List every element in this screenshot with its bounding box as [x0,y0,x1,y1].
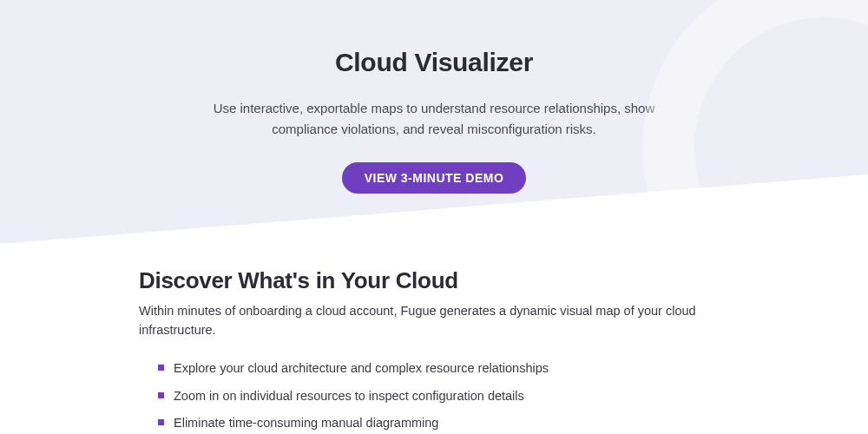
list-item: Explore your cloud architecture and comp… [158,359,868,378]
feature-text: Eliminate time-consuming manual diagramm… [174,416,438,430]
discover-section: Discover What's in Your Cloud Within min… [0,243,868,433]
hero-title: Cloud Visualizer [0,48,868,77]
section-subtitle: Within minutes of onboarding a cloud acc… [139,301,712,340]
list-item: Eliminate time-consuming manual diagramm… [158,414,868,433]
section-title: Discover What's in Your Cloud [139,267,868,294]
feature-list: Explore your cloud architecture and comp… [139,359,868,433]
list-item: Zoom in on individual resources to inspe… [158,387,868,406]
hero-subtitle: Use interactive, exportable maps to unde… [191,98,677,140]
feature-text: Explore your cloud architecture and comp… [174,361,549,375]
hero-section: Cloud Visualizer Use interactive, export… [0,0,868,243]
view-demo-button[interactable]: VIEW 3-MINUTE DEMO [342,162,527,194]
feature-text: Zoom in on individual resources to inspe… [174,389,524,403]
